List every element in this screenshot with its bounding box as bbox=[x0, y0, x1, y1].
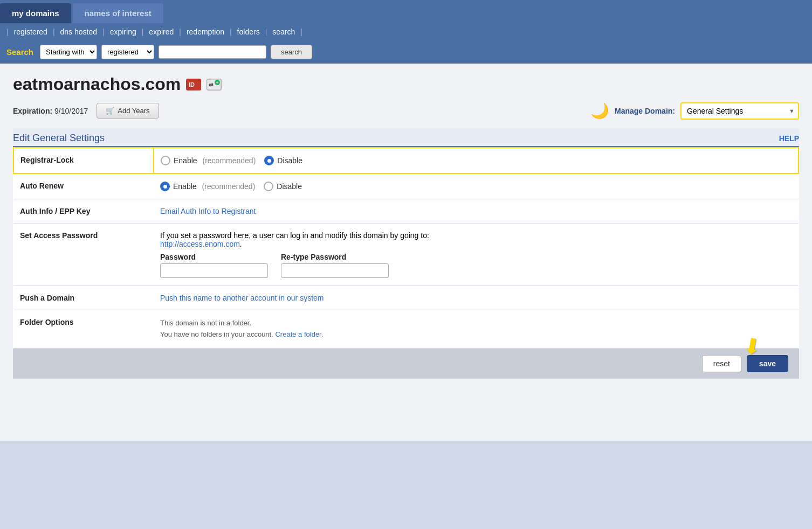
registrar-lock-row: Registrar-Lock Enable (recommended) Disa… bbox=[13, 148, 799, 173]
search-input[interactable] bbox=[159, 45, 266, 59]
push-domain-link[interactable]: Push this name to another account in our… bbox=[160, 294, 324, 302]
manage-domain-label: Manage Domain: bbox=[615, 107, 675, 115]
search-filter-select[interactable]: Starting with Containing Ending with bbox=[40, 45, 97, 59]
sep: | bbox=[300, 27, 302, 36]
domain-icon-transfer[interactable]: ⇄+ bbox=[207, 79, 222, 91]
subnav-redemption[interactable]: redemption bbox=[182, 26, 229, 37]
svg-text:+: + bbox=[216, 80, 218, 86]
auth-info-row: Auth Info / EPP Key Email Auth Info to R… bbox=[13, 199, 799, 224]
add-years-button[interactable]: 🛒 Add Years bbox=[97, 103, 159, 119]
search-label: Search bbox=[6, 47, 33, 57]
registrar-lock-disable-option[interactable]: Disable bbox=[264, 156, 302, 165]
search-button[interactable]: search bbox=[271, 45, 312, 59]
sep: | bbox=[142, 27, 144, 36]
set-access-password-label: Set Access Password bbox=[13, 224, 154, 286]
tab-names-of-interest[interactable]: names of interest bbox=[73, 3, 163, 23]
main-content: eatmoarnachos.com ID ⇄+ Expiration: 9/10… bbox=[0, 64, 812, 441]
subnav-expired[interactable]: expired bbox=[144, 26, 178, 37]
auto-renew-disable-radio[interactable] bbox=[264, 182, 273, 191]
registrar-lock-options: Enable (recommended) Disable bbox=[154, 148, 799, 173]
registrar-lock-enable-recommended: (recommended) bbox=[201, 156, 256, 165]
moon-icon: 🌙 bbox=[590, 102, 609, 120]
auto-renew-disable-label: Disable bbox=[277, 182, 302, 191]
folder-options-line2-prefix: You have no folders in your account. bbox=[160, 330, 275, 338]
create-folder-link[interactable]: Create a folder. bbox=[275, 330, 323, 338]
auto-renew-options: Enable (recommended) Disable bbox=[154, 173, 799, 199]
auto-renew-enable-recommended: (recommended) bbox=[200, 182, 256, 191]
registrar-lock-disable-label: Disable bbox=[277, 156, 302, 165]
edit-header: Edit General Settings HELP bbox=[13, 128, 799, 147]
search-domain-type-select[interactable]: registered dns hosted expiring expired bbox=[101, 45, 154, 59]
expiration-label: Expiration: bbox=[13, 107, 52, 115]
auto-renew-enable-label: Enable bbox=[173, 182, 197, 191]
password-input[interactable] bbox=[160, 263, 268, 278]
push-domain-value: Push this name to another account in our… bbox=[154, 286, 799, 310]
add-years-label: Add Years bbox=[118, 107, 149, 115]
svg-text:ID: ID bbox=[189, 81, 195, 88]
expiration-row: Expiration: 9/10/2017 🛒 Add Years 🌙 Mana… bbox=[13, 102, 799, 120]
registrar-lock-enable-label: Enable bbox=[174, 156, 197, 165]
auto-renew-label: Auto Renew bbox=[13, 173, 154, 199]
auth-info-value: Email Auth Info to Registrant bbox=[154, 199, 799, 224]
sep: | bbox=[230, 27, 232, 36]
subnav-search[interactable]: search bbox=[268, 26, 299, 37]
domain-name: eatmoarnachos.com bbox=[13, 74, 181, 94]
subnav-dns-hosted[interactable]: dns hosted bbox=[56, 26, 102, 37]
retype-password-label: Re-type Password bbox=[281, 253, 389, 261]
cart-icon: 🛒 bbox=[106, 107, 114, 115]
push-domain-row: Push a Domain Push this name to another … bbox=[13, 286, 799, 310]
folder-options-value: This domain is not in a folder. You have… bbox=[154, 310, 799, 349]
push-domain-label: Push a Domain bbox=[13, 286, 154, 310]
set-access-password-row: Set Access Password If you set a passwor… bbox=[13, 224, 799, 286]
search-bar: Search Starting with Containing Ending w… bbox=[0, 40, 812, 64]
registrar-lock-label: Registrar-Lock bbox=[13, 148, 154, 173]
auto-renew-disable-option[interactable]: Disable bbox=[264, 182, 302, 191]
svg-text:⇄: ⇄ bbox=[209, 82, 214, 88]
sep: | bbox=[53, 27, 55, 36]
manage-domain-select[interactable]: General Settings DNS Settings Email Sett… bbox=[680, 102, 799, 120]
retype-password-input[interactable] bbox=[281, 263, 389, 278]
settings-table: Registrar-Lock Enable (recommended) Disa… bbox=[13, 147, 799, 349]
domain-title-row: eatmoarnachos.com ID ⇄+ bbox=[13, 74, 799, 94]
sub-navigation: | registered | dns hosted | expiring | e… bbox=[0, 23, 812, 40]
sep: | bbox=[179, 27, 181, 36]
access-enom-link[interactable]: http://access.enom.com bbox=[160, 240, 240, 248]
auth-info-label: Auth Info / EPP Key bbox=[13, 199, 154, 224]
subnav-registered[interactable]: registered bbox=[10, 26, 52, 37]
reset-button[interactable]: reset bbox=[702, 355, 741, 372]
subnav-folders[interactable]: folders bbox=[233, 26, 264, 37]
auto-renew-row: Auto Renew Enable (recommended) Disable bbox=[13, 173, 799, 199]
help-link[interactable]: HELP bbox=[779, 134, 799, 143]
auto-renew-enable-radio[interactable] bbox=[160, 182, 170, 191]
edit-general-settings-title: Edit General Settings bbox=[13, 133, 105, 144]
password-label: Password bbox=[160, 253, 268, 261]
bottom-bar: ⬇ reset save bbox=[13, 349, 799, 379]
save-button[interactable]: save bbox=[747, 355, 788, 372]
registrar-lock-enable-radio[interactable] bbox=[161, 156, 170, 165]
set-access-password-value: If you set a password here, a user can l… bbox=[154, 224, 799, 286]
expiration-date: 9/10/2017 bbox=[54, 107, 88, 115]
sep: | bbox=[6, 27, 9, 36]
email-auth-info-link[interactable]: Email Auth Info to Registrant bbox=[160, 207, 256, 215]
domain-icon-id[interactable]: ID bbox=[186, 79, 201, 91]
sep: | bbox=[102, 27, 105, 36]
registrar-lock-enable-option[interactable]: Enable (recommended) bbox=[161, 156, 256, 165]
subnav-expiring[interactable]: expiring bbox=[106, 26, 141, 37]
access-password-description: If you set a password here, a user can l… bbox=[160, 231, 429, 240]
registrar-lock-disable-radio[interactable] bbox=[264, 156, 274, 165]
tab-my-domains[interactable]: my domains bbox=[0, 3, 71, 23]
auto-renew-enable-option[interactable]: Enable (recommended) bbox=[160, 182, 255, 191]
sep: | bbox=[265, 27, 267, 36]
folder-options-line1: This domain is not in a folder. bbox=[160, 318, 792, 329]
folder-options-row: Folder Options This domain is not in a f… bbox=[13, 310, 799, 349]
folder-options-label: Folder Options bbox=[13, 310, 154, 349]
